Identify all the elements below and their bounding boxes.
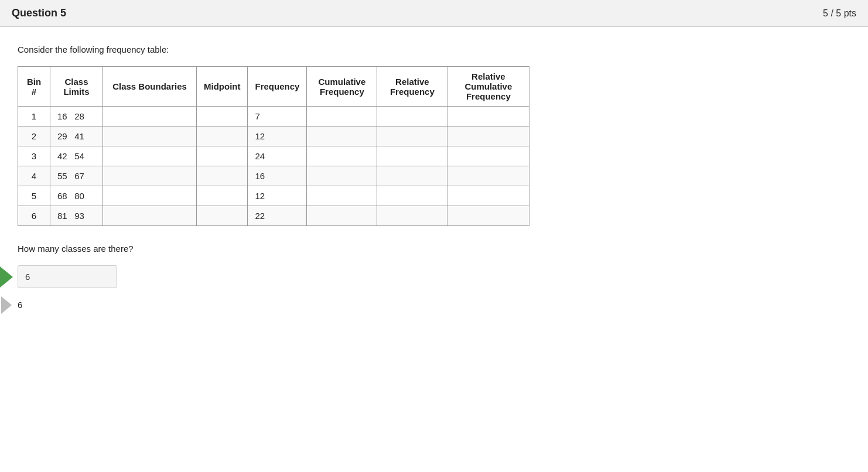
class-limit-upper: 67 xyxy=(74,171,84,181)
cell-relcumfreq xyxy=(447,166,529,186)
cell-relcumfreq xyxy=(447,126,529,146)
cell-class-boundaries xyxy=(103,146,197,166)
class-limit-lower: 81 xyxy=(57,211,67,221)
class-limit-lower: 55 xyxy=(57,171,67,181)
cell-bin: 6 xyxy=(18,206,50,226)
table-row: 681 9322 xyxy=(18,206,529,226)
col-header-bin: Bin # xyxy=(18,67,50,107)
cell-cumfreq xyxy=(307,166,377,186)
cell-relfreq xyxy=(377,166,447,186)
cell-bin: 3 xyxy=(18,146,50,166)
table-row: 116 287 xyxy=(18,107,529,126)
class-limit-lower: 42 xyxy=(57,151,67,161)
question-text: How many classes are there? xyxy=(18,244,850,254)
question-title: Question 5 xyxy=(12,7,66,19)
class-limit-upper: 93 xyxy=(74,211,84,221)
class-limit-lower: 68 xyxy=(57,191,67,201)
cell-midpoint xyxy=(197,107,248,126)
main-content: Consider the following frequency table: … xyxy=(0,27,868,321)
col-header-class-limits: Class Limits xyxy=(50,67,103,107)
cell-class-limits: 42 54 xyxy=(50,146,103,166)
cell-frequency: 22 xyxy=(248,206,307,226)
col-header-frequency: Frequency xyxy=(248,67,307,107)
cell-class-boundaries xyxy=(103,126,197,146)
answer-input[interactable] xyxy=(18,265,117,288)
table-row: 455 6716 xyxy=(18,166,529,186)
cell-frequency: 12 xyxy=(248,186,307,206)
correct-arrow-icon xyxy=(0,266,13,288)
col-header-class-boundaries: Class Boundaries xyxy=(103,67,197,107)
cell-class-limits: 55 67 xyxy=(50,166,103,186)
cell-relfreq xyxy=(377,186,447,206)
cell-relfreq xyxy=(377,146,447,166)
cell-cumfreq xyxy=(307,107,377,126)
cell-midpoint xyxy=(197,186,248,206)
cell-frequency: 7 xyxy=(248,107,307,126)
col-header-relative-cumulative-frequency: Relative Cumulative Frequency xyxy=(447,67,529,107)
cell-cumfreq xyxy=(307,186,377,206)
answer-area xyxy=(18,265,850,288)
cell-relfreq xyxy=(377,206,447,226)
cell-bin: 4 xyxy=(18,166,50,186)
cell-frequency: 16 xyxy=(248,166,307,186)
question-header: Question 5 5 / 5 pts xyxy=(0,0,868,27)
frequency-table: Bin # Class Limits Class Boundaries Midp… xyxy=(18,66,529,226)
class-limit-lower: 29 xyxy=(57,131,67,141)
cell-class-boundaries xyxy=(103,166,197,186)
cell-frequency: 12 xyxy=(248,126,307,146)
cell-cumfreq xyxy=(307,206,377,226)
class-limit-upper: 41 xyxy=(74,131,84,141)
correct-answer-row: 6 xyxy=(18,300,850,310)
cell-class-boundaries xyxy=(103,186,197,206)
cell-relcumfreq xyxy=(447,146,529,166)
cell-class-boundaries xyxy=(103,206,197,226)
correct-answer-value: 6 xyxy=(18,300,22,310)
cell-class-limits: 29 41 xyxy=(50,126,103,146)
col-header-midpoint: Midpoint xyxy=(197,67,248,107)
cell-class-limits: 68 80 xyxy=(50,186,103,206)
cell-class-boundaries xyxy=(103,107,197,126)
cell-bin: 1 xyxy=(18,107,50,126)
table-row: 568 8012 xyxy=(18,186,529,206)
class-limit-upper: 54 xyxy=(74,151,84,161)
table-row: 229 4112 xyxy=(18,126,529,146)
table-row: 342 5424 xyxy=(18,146,529,166)
cell-class-limits: 16 28 xyxy=(50,107,103,126)
points-display: 5 / 5 pts xyxy=(823,8,856,19)
cell-midpoint xyxy=(197,206,248,226)
class-limit-upper: 28 xyxy=(74,111,84,121)
cell-relcumfreq xyxy=(447,107,529,126)
cell-midpoint xyxy=(197,146,248,166)
cell-class-limits: 81 93 xyxy=(50,206,103,226)
col-header-relative-frequency: Relative Frequency xyxy=(377,67,447,107)
answer-arrow-icon xyxy=(1,296,12,314)
cell-cumfreq xyxy=(307,126,377,146)
col-header-cumulative-frequency: Cumulative Frequency xyxy=(307,67,377,107)
cell-relfreq xyxy=(377,107,447,126)
cell-bin: 5 xyxy=(18,186,50,206)
class-limit-upper: 80 xyxy=(74,191,84,201)
cell-relcumfreq xyxy=(447,206,529,226)
cell-bin: 2 xyxy=(18,126,50,146)
cell-frequency: 24 xyxy=(248,146,307,166)
cell-relfreq xyxy=(377,126,447,146)
class-limit-lower: 16 xyxy=(57,111,67,121)
cell-midpoint xyxy=(197,166,248,186)
cell-relcumfreq xyxy=(447,186,529,206)
cell-midpoint xyxy=(197,126,248,146)
cell-cumfreq xyxy=(307,146,377,166)
intro-text: Consider the following frequency table: xyxy=(18,45,850,54)
